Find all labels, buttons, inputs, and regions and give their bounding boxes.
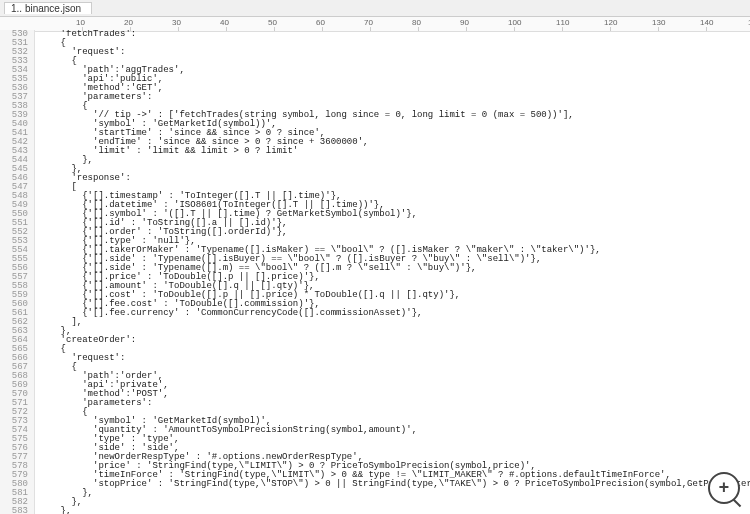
ruler-label: 110 — [556, 18, 569, 27]
file-tab[interactable]: 1.. binance.json — [4, 2, 92, 14]
ruler-label: 40 — [220, 18, 229, 27]
ruler-label: 80 — [412, 18, 421, 27]
ruler-label: 60 — [316, 18, 325, 27]
ruler-label: 10 — [76, 18, 85, 27]
ruler-label: 100 — [508, 18, 521, 27]
ruler-label: 130 — [652, 18, 665, 27]
code-editor[interactable]: 5305315325335345355365375385395405415425… — [0, 30, 750, 32]
code-area[interactable]: 'fetchTrades': { 'request': { 'path':'ag… — [35, 30, 750, 32]
line-number-gutter: 5305315325335345355365375385395405415425… — [0, 30, 35, 32]
ruler-label: 120 — [604, 18, 617, 27]
ruler-label: 140 — [700, 18, 713, 27]
code-line[interactable]: 'fetchTrades': — [39, 30, 750, 32]
ruler-label: 30 — [172, 18, 181, 27]
ruler-label: 90 — [460, 18, 469, 27]
tab-bar: 1.. binance.json — [0, 0, 750, 17]
ruler-label: 70 — [364, 18, 373, 27]
ruler-label: 50 — [268, 18, 277, 27]
ruler-label: 20 — [124, 18, 133, 27]
line-number: 530 — [0, 30, 28, 32]
